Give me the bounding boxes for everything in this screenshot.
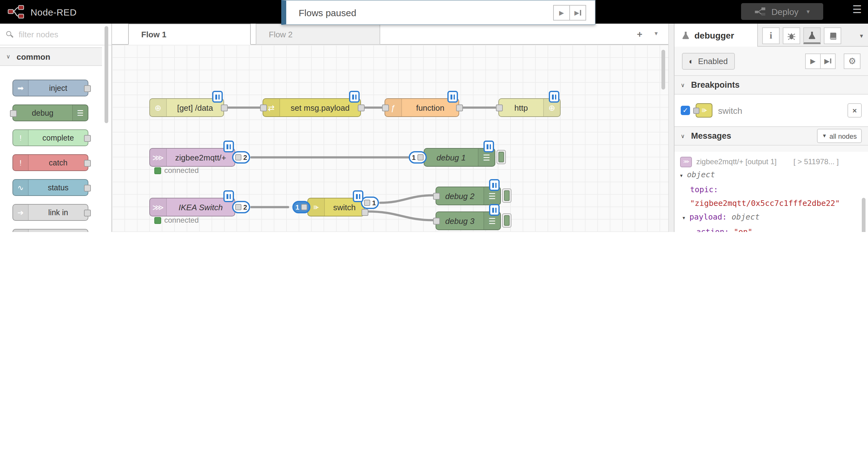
debug-message-list[interactable]: ⋙zigbee2mqtt/+ [output 1][ > 511978... ]… [675, 152, 868, 232]
play-button[interactable]: ▶ [553, 5, 570, 20]
hamburger-menu-icon[interactable]: ☰ [852, 4, 862, 15]
breakpoints-section-header[interactable]: ∨ Breakpoints [675, 75, 868, 95]
collapse-arrow-icon[interactable]: ▾ [683, 211, 689, 225]
paused-badge[interactable] [447, 91, 458, 103]
input-port[interactable] [496, 104, 503, 111]
debug-toggle-button[interactable] [502, 213, 512, 228]
input-port[interactable] [417, 154, 424, 161]
input-port[interactable] [433, 193, 440, 200]
deploy-caret-icon[interactable]: ▾ [807, 8, 810, 15]
paused-badge[interactable] [349, 91, 360, 103]
sidebar-resize-handle[interactable] [668, 24, 675, 232]
wire[interactable] [367, 211, 433, 220]
palette-node-label: catch [29, 155, 88, 170]
debug-toggle-button[interactable] [497, 150, 506, 164]
debug-list-icon: ☰ [72, 105, 88, 121]
output-port[interactable] [235, 204, 241, 210]
palette-category-common[interactable]: ∨common [0, 47, 102, 66]
tab-debugger[interactable]: debugger [675, 24, 758, 47]
debug-toggle-button[interactable] [502, 189, 512, 203]
breakpoint-badge-input[interactable]: 1 [292, 201, 310, 213]
node-label: http [499, 99, 543, 116]
step-button[interactable]: ▶ [569, 5, 586, 20]
input-port[interactable] [260, 104, 267, 111]
paused-badge[interactable] [223, 140, 234, 153]
paused-badge[interactable] [223, 190, 234, 202]
tab-flow-1[interactable]: Flow 1 [128, 24, 251, 45]
paused-badge[interactable] [212, 91, 223, 103]
input-port[interactable] [433, 218, 440, 225]
output-port[interactable] [456, 104, 463, 111]
message-id-link[interactable]: [ > 511978... ] [793, 157, 839, 166]
output-port[interactable] [84, 85, 91, 92]
node-set-payload[interactable]: ⇄set msg.payload [262, 98, 361, 117]
tab-help-button[interactable] [824, 27, 841, 44]
palette-node-status[interactable]: ∿status [12, 179, 88, 196]
tab-info-button[interactable]: i [762, 27, 780, 44]
sidebar-menu-chevron-icon[interactable]: ▾ [860, 32, 863, 39]
paused-badge[interactable] [353, 190, 363, 202]
debug-message[interactable]: ⋙zigbee2mqtt/+ [output 1][ > 511978... ]… [675, 152, 868, 232]
debugger-enabled-toggle[interactable]: ◐ Enabled [682, 53, 735, 69]
output-port[interactable] [84, 160, 91, 167]
output-port[interactable] [358, 104, 365, 111]
tab-debug-messages-button[interactable] [783, 27, 800, 44]
debugger-step-button[interactable]: ▶ [820, 53, 836, 69]
palette-node-link-call[interactable]: ↪link call [12, 229, 88, 232]
json-string: "on" [734, 227, 752, 232]
input-port[interactable] [382, 104, 389, 111]
output-port[interactable] [364, 200, 370, 206]
palette-scroll-area[interactable]: ∨common➡injectdebug☰!complete!catch∿stat… [0, 45, 112, 232]
palette-search[interactable] [0, 24, 112, 45]
palette-node-catch[interactable]: !catch [12, 154, 88, 171]
palette-node-inject[interactable]: ➡inject [12, 79, 88, 96]
output-port[interactable] [84, 135, 91, 142]
remove-breakpoint-button[interactable]: × [847, 103, 862, 118]
input-port[interactable] [301, 204, 307, 210]
breakpoint-badge-output[interactable]: 2 [232, 201, 250, 213]
node-ikea-switch[interactable]: ⋙IKEA Switch [149, 198, 235, 217]
sidebar-scrollbar[interactable] [862, 198, 866, 232]
paused-badge[interactable] [489, 179, 500, 191]
messages-section-header[interactable]: ∨ Messages ▼ all nodes [675, 126, 868, 145]
palette-node-label: complete [29, 130, 88, 145]
canvas-vertical-scrollbar[interactable] [661, 50, 665, 90]
paused-badge[interactable] [489, 204, 500, 216]
paused-badge[interactable] [484, 140, 494, 153]
output-port-2[interactable] [362, 209, 368, 216]
output-port[interactable] [235, 154, 241, 161]
tab-flow-2[interactable]: Flow 2 [256, 24, 380, 45]
node-label: set msg.payload [280, 99, 360, 116]
debugger-play-button[interactable]: ▶ [805, 53, 821, 69]
breakpoint-badge-output[interactable]: 2 [232, 151, 250, 164]
palette-scrollbar[interactable] [104, 26, 108, 123]
message-filter-button[interactable]: ▼ all nodes [817, 129, 862, 143]
deploy-button[interactable]: Deploy ▾ [741, 3, 823, 20]
flow-list-chevron-icon[interactable]: ▾ [655, 30, 658, 37]
breakpoint-badge-output-1[interactable]: 1 [361, 197, 379, 209]
breakpoint-checkbox[interactable]: ✓ [681, 106, 690, 115]
add-flow-button[interactable]: + [632, 28, 647, 40]
output-port[interactable] [84, 210, 91, 217]
collapse-arrow-icon[interactable]: ▾ [680, 169, 687, 183]
filter-nodes-input[interactable] [18, 29, 101, 39]
json-row: ▾object [680, 168, 862, 183]
tab-debugger-label: debugger [694, 30, 734, 40]
node-zigbee[interactable]: ⋙zigbee2mqtt/+ [149, 148, 235, 167]
wire[interactable] [380, 195, 433, 203]
debugger-settings-button[interactable]: ⚙ [844, 53, 861, 69]
heartbeat-icon: ∿ [13, 180, 29, 195]
pause-icon [226, 144, 228, 149]
output-port[interactable] [84, 185, 91, 192]
message-count: 1 [412, 154, 416, 161]
paused-badge[interactable] [549, 91, 559, 103]
breakpoint-badge-input[interactable]: 1 [409, 151, 427, 164]
node-status: connected [154, 166, 199, 175]
message-source: zigbee2mqtt/+ [output 1] [696, 157, 777, 166]
output-port[interactable] [221, 104, 228, 111]
input-port[interactable] [10, 110, 17, 117]
palette-node-link-in[interactable]: ➔link in [12, 204, 88, 221]
tab-debugger-button[interactable] [803, 27, 821, 44]
palette-node-debug[interactable]: debug☰ [12, 104, 88, 121]
palette-node-complete[interactable]: !complete [12, 129, 88, 146]
